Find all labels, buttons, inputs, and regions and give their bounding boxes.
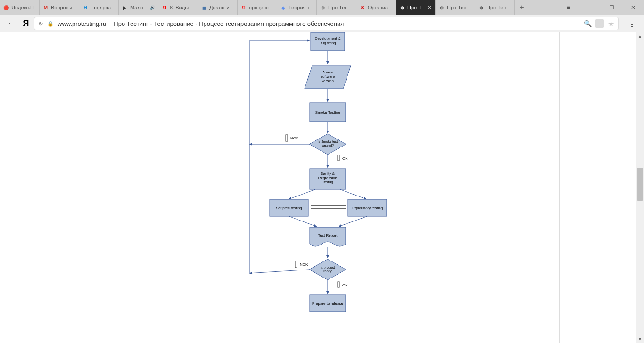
tab-favicon: Я	[240, 4, 247, 11]
tab-title: Яндекс.П	[11, 5, 36, 10]
url-input[interactable]: ↻ 🔒 www.protesting.ru Про Тестинг - Тест…	[34, 17, 619, 30]
tab-favicon: ◈	[280, 4, 287, 11]
tab-favicon: M	[42, 4, 49, 11]
svg-rect-25	[295, 261, 297, 268]
article-body: Development &Bug fixing A newsoftwarever…	[77, 32, 560, 343]
flow-label-nok1: NOK	[290, 136, 299, 140]
tab-favicon: ⊛	[399, 4, 405, 11]
tab-title: Про Т	[407, 5, 427, 10]
bookmark-star-icon[interactable]: ★	[608, 19, 614, 28]
new-tab-button[interactable]: +	[515, 0, 529, 15]
downloads-icon[interactable]: ⭳	[625, 19, 639, 28]
flow-label-ok1: OK	[342, 156, 348, 161]
search-icon[interactable]: 🔍	[584, 20, 592, 27]
tab-favicon: ◼	[201, 4, 207, 11]
svg-line-14	[289, 189, 315, 199]
flow-node-scripted: Scripted testing	[276, 206, 302, 210]
browser-tab-strip: 🔴Яндекс.ПMВопросыHЕщё раз▶Мало🔊Я8. Виды◼…	[0, 0, 644, 15]
browser-tab-10[interactable]: ⊛Про Т✕	[396, 0, 436, 15]
scroll-thumb[interactable]	[637, 168, 643, 201]
tab-favicon: ▶	[122, 4, 128, 11]
tab-close-icon[interactable]: ✕	[427, 5, 432, 10]
address-bar: ← Я ↻ 🔒 www.protesting.ru Про Тестинг - …	[0, 15, 644, 32]
back-button[interactable]: ←	[5, 17, 18, 30]
tab-title: Мало	[130, 5, 149, 10]
page-content: Development &Bug fixing A newsoftwarever…	[0, 32, 644, 343]
svg-rect-10	[286, 135, 288, 141]
page-title: Про Тестинг - Тестирование - Процесс тес…	[114, 20, 344, 27]
tab-title: Теория т	[289, 5, 314, 10]
tab-title: Вопросы	[51, 5, 76, 10]
lock-icon[interactable]: 🔒	[47, 21, 54, 27]
tab-favicon: ⊛	[438, 4, 445, 11]
menu-button[interactable]: ≡	[558, 0, 579, 15]
extension-icon[interactable]	[595, 19, 604, 28]
browser-tab-3[interactable]: ▶Мало🔊	[119, 0, 158, 15]
svg-line-20	[289, 216, 317, 227]
yandex-logo[interactable]: Я	[21, 18, 31, 29]
browser-tab-5[interactable]: ◼Диалоги	[198, 0, 238, 15]
browser-tab-11[interactable]: ⊛Про Тес	[436, 0, 475, 15]
browser-tab-0[interactable]: 🔴Яндекс.П	[0, 0, 40, 15]
svg-line-15	[340, 189, 367, 199]
vertical-scrollbar[interactable]: ▲ ▼	[636, 32, 644, 343]
minimize-button[interactable]: —	[579, 0, 601, 15]
browser-tab-1[interactable]: MВопросы	[40, 0, 79, 15]
tab-favicon: 🔴	[3, 4, 9, 11]
tab-title: Про Тес	[328, 5, 353, 10]
flow-node-release: Prepare to release	[312, 302, 343, 306]
maximize-button[interactable]: ☐	[601, 0, 622, 15]
browser-tab-2[interactable]: HЕщё раз	[79, 0, 119, 15]
svg-line-24	[249, 270, 309, 273]
flow-node-exploratory: Exploratory testing	[352, 206, 383, 210]
tab-title: Про Тес	[447, 5, 472, 10]
url-domain: www.protesting.ru	[58, 20, 106, 27]
tab-favicon: ⊛	[320, 4, 326, 11]
browser-tab-7[interactable]: ◈Теория т	[277, 0, 317, 15]
flow-label-nok2: NOK	[300, 262, 308, 267]
svg-rect-27	[338, 282, 339, 287]
tab-favicon: S	[359, 4, 366, 11]
svg-line-21	[339, 216, 367, 227]
tab-favicon: H	[82, 4, 89, 11]
scroll-down-arrow[interactable]: ▼	[636, 335, 644, 343]
svg-rect-12	[338, 155, 339, 161]
tab-title: Ещё раз	[91, 5, 116, 10]
tab-title: Организ	[368, 5, 393, 10]
flow-node-smoke: Smoke Testing	[315, 110, 340, 114]
tab-favicon: Я	[161, 4, 168, 11]
flow-node-report: Test Report	[318, 233, 338, 237]
tab-title: 8. Виды	[170, 5, 195, 10]
tab-title: Диалоги	[209, 5, 234, 10]
browser-tab-8[interactable]: ⊛Про Тес	[317, 0, 356, 15]
tab-title: Про Тес	[487, 5, 512, 10]
tab-title: процесс	[249, 5, 274, 10]
flow-label-ok2: OK	[342, 283, 348, 287]
flowchart-diagram: Development &Bug fixing A newsoftwarever…	[233, 32, 483, 343]
browser-tab-9[interactable]: SОрганиз	[356, 0, 396, 15]
tab-favicon: ⊛	[478, 4, 485, 11]
scroll-up-arrow[interactable]: ▲	[636, 32, 644, 40]
audio-icon: 🔊	[150, 5, 155, 10]
close-window-button[interactable]: ✕	[622, 0, 644, 15]
browser-tab-12[interactable]: ⊛Про Тес	[475, 0, 515, 15]
reload-icon[interactable]: ↻	[38, 20, 43, 27]
browser-tab-6[interactable]: Япроцесс	[238, 0, 277, 15]
browser-tab-4[interactable]: Я8. Виды	[158, 0, 198, 15]
